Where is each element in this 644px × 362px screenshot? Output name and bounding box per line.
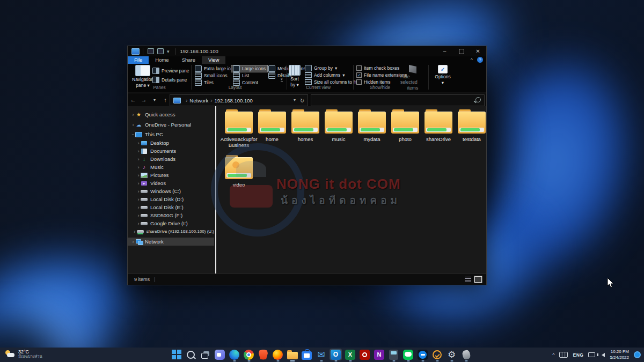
recent-locations-icon[interactable]: ▾ (149, 98, 160, 102)
navigation-pane-button[interactable]: Navigation pane ▾ (132, 65, 153, 88)
folder-sharedrive[interactable]: shareDrive (422, 109, 455, 150)
store-button[interactable] (301, 349, 313, 360)
breadcrumb-host[interactable]: 192.168.100.100 (215, 98, 253, 104)
help-icon[interactable]: ? (477, 57, 483, 63)
refresh-icon[interactable]: ↻ (300, 98, 304, 104)
sidebar-item-music[interactable]: › ♪ Music (128, 163, 214, 171)
group-by-button[interactable]: Group by ▾ (305, 65, 337, 71)
file-name-extensions-checkbox[interactable]: ✓ File name extensions (356, 72, 407, 78)
add-columns-button[interactable]: Add columns ▾ (305, 72, 345, 78)
thunderbird-button[interactable] (431, 349, 443, 360)
close-button[interactable]: ✕ (470, 46, 486, 56)
chevron-right-icon[interactable]: › (136, 157, 141, 162)
chevron-right-icon[interactable]: › (136, 173, 141, 178)
settings-button[interactable]: ⚙ (445, 349, 458, 360)
thumbnail-view-toggle-icon[interactable] (474, 276, 482, 283)
brave-button[interactable] (257, 349, 269, 360)
collapse-ribbon-icon[interactable]: ^ (471, 57, 473, 63)
calculator-button[interactable] (387, 349, 400, 360)
tab-view[interactable]: View (202, 56, 225, 64)
chevron-right-icon[interactable]: › (136, 149, 141, 154)
chat-button[interactable] (214, 349, 226, 360)
hidden-items-checkbox[interactable]: Hidden items (356, 79, 391, 85)
notification-badge[interactable] (634, 351, 641, 358)
tab-home[interactable]: Home (149, 56, 175, 64)
firefox-button[interactable] (272, 349, 284, 360)
chevron-right-icon[interactable]: › (136, 197, 141, 202)
weather-widget[interactable]: 32°C มีเมฆบางส่วน (5, 349, 42, 359)
input-language[interactable]: ENG (573, 352, 583, 358)
back-button[interactable]: ← (128, 97, 138, 103)
qat-customize-icon[interactable]: ▾ (167, 49, 170, 54)
acrobat-button[interactable] (358, 349, 371, 360)
start-button[interactable] (170, 349, 182, 360)
chevron-right-icon[interactable]: › (136, 213, 141, 218)
sidebar-item-google-drive[interactable]: › Google Drive (I:) (128, 219, 214, 227)
sidebar-item-quick-access[interactable]: › ★ Quick access (128, 110, 214, 119)
sidebar-scrollbar[interactable] (215, 106, 216, 274)
forward-button[interactable]: → (138, 97, 149, 103)
tab-file[interactable]: File (128, 56, 149, 64)
sidebar-item-sharedrive[interactable]: › shareDrive (\\192.168.100.100) (U:) (128, 227, 214, 235)
sort-by-button[interactable]: Sort by ▾ (289, 65, 301, 87)
sidebar-item-pictures[interactable]: › Pictures (128, 171, 214, 179)
preview-pane-button[interactable]: Preview pane (152, 68, 189, 74)
maximize-button[interactable] (453, 46, 470, 56)
remote-tool-button[interactable] (460, 349, 472, 360)
minimize-button[interactable]: – (436, 46, 453, 56)
teamviewer-button[interactable] (416, 349, 429, 360)
tab-share[interactable]: Share (175, 56, 202, 64)
size-columns-button[interactable]: Size all columns to fit (305, 79, 357, 85)
chevron-down-icon[interactable]: › (130, 132, 136, 137)
sidebar-item-videos[interactable]: › ▸ Videos (128, 179, 214, 187)
chrome-button[interactable] (243, 349, 255, 360)
chevron-right-icon[interactable]: › (133, 229, 137, 234)
folder-homes[interactable]: homes (289, 109, 321, 150)
sidebar-item-onedrive[interactable]: › ☁ OneDrive - Personal (128, 121, 214, 129)
chevron-right-icon[interactable]: › (131, 239, 135, 245)
file-explorer-button[interactable] (286, 349, 298, 360)
folder-mydata[interactable]: mydata (356, 109, 388, 150)
sidebar-item-windows-c[interactable]: › Windows (C:) (128, 187, 214, 195)
layout-list[interactable]: List (231, 72, 251, 79)
sidebar-item-local-disk-e[interactable]: › Local Disk (E:) (128, 203, 214, 211)
hide-selected-items-button[interactable]: Hide selected items (400, 65, 425, 91)
clock[interactable]: 10:20 PM 5/24/2022 (610, 349, 629, 360)
line-button[interactable] (402, 349, 414, 360)
search-button[interactable] (185, 349, 197, 360)
chevron-right-icon[interactable]: › (136, 181, 141, 186)
folder-testdata[interactable]: testdata (456, 109, 488, 150)
layout-small-icons[interactable]: Small icons (193, 72, 229, 79)
onenote-button[interactable]: N (373, 349, 385, 360)
layout-scroll-arrows[interactable]: ▴▾▾ (281, 65, 283, 83)
options-button[interactable]: ✓ Options ▾ (431, 65, 454, 85)
touch-keyboard-icon[interactable] (559, 352, 568, 358)
task-view-button[interactable] (199, 349, 211, 360)
chevron-right-icon[interactable]: › (136, 205, 141, 210)
folder-activebackup[interactable]: ActiveBackupfor Business (223, 109, 255, 150)
excel-button[interactable]: X (344, 349, 356, 360)
chevron-right-icon[interactable]: › (136, 221, 141, 226)
sidebar-item-this-pc[interactable]: › This PC (128, 130, 214, 138)
item-check-boxes-checkbox[interactable]: Item check boxes (356, 65, 399, 71)
outlook-button[interactable]: O (330, 349, 342, 360)
folder-music[interactable]: music (323, 109, 355, 150)
chevron-right-icon[interactable]: › (136, 165, 141, 170)
folder-home[interactable]: home (256, 109, 288, 150)
folder-photo[interactable]: photo (389, 109, 421, 150)
chevron-right-icon[interactable]: › (136, 141, 141, 146)
tray-overflow-icon[interactable]: ^ (552, 352, 554, 358)
search-input[interactable] (311, 94, 485, 106)
address-input[interactable]: › Network › 192.168.100.100 ▾ ↻ (170, 94, 308, 106)
volume-icon[interactable] (602, 353, 605, 357)
titlebar[interactable]: ▾ 192.168.100.100 – ✕ (128, 46, 486, 56)
chevron-right-icon[interactable]: › (136, 189, 141, 194)
mail-button[interactable]: ✉ (315, 349, 327, 360)
sidebar-item-network[interactable]: › Network (128, 238, 214, 246)
network-tray-icon[interactable] (588, 352, 595, 358)
sidebar-item-documents[interactable]: › Documents (128, 147, 214, 155)
layout-large-icons-selected[interactable]: Large icons (231, 65, 268, 72)
sidebar-item-local-disk-d[interactable]: › Local Disk (D:) (128, 195, 214, 203)
folder-video[interactable]: video (223, 155, 255, 196)
edge-button[interactable] (228, 349, 240, 360)
